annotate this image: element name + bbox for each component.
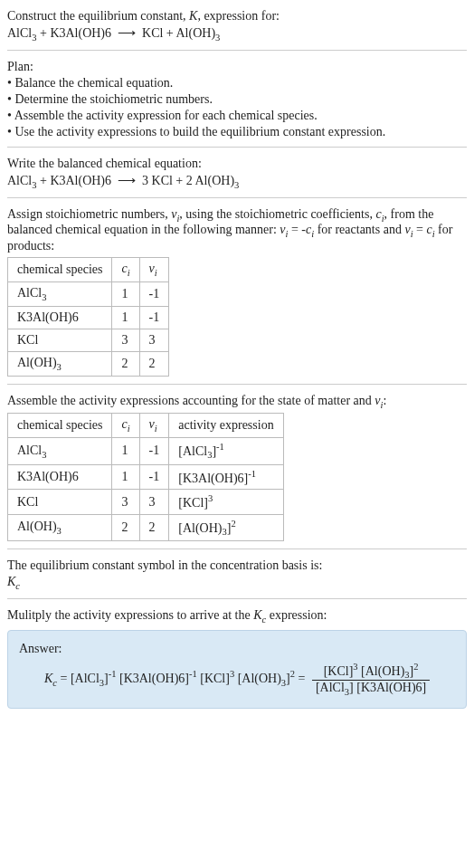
plan-item: • Balance the chemical equation.	[7, 76, 467, 91]
symbol-line2: Kc	[7, 575, 467, 591]
cell: [K3Al(OH)6]-1	[169, 464, 283, 490]
cell: 3	[139, 329, 169, 351]
table-row: chemical species ci νi	[8, 258, 169, 282]
title-line: Construct the equilibrium constant, K, e…	[7, 9, 467, 24]
cell: 1	[112, 306, 139, 329]
cell: K3Al(OH)6	[8, 306, 112, 329]
table-row: KCl 3 3	[8, 329, 169, 351]
col-header: ci	[112, 258, 139, 282]
multiply-intro: Mulitply the activity expressions to arr…	[7, 608, 467, 625]
cell: 1	[112, 281, 139, 306]
balanced-equation: AlCl3 + K3Al(OH)6 ⟶ 3 KCl + 2 Al(OH)3	[7, 173, 467, 190]
cell: [Al(OH)3]2	[169, 514, 283, 540]
cell: K3Al(OH)6	[8, 464, 112, 490]
cell: 3	[112, 329, 139, 351]
stoich-table: chemical species ci νi AlCl3 1 -1 K3Al(O…	[7, 257, 169, 376]
cell: -1	[139, 438, 169, 464]
answer-label: Answer:	[19, 642, 455, 656]
answer-section: Mulitply the activity expressions to arr…	[7, 598, 467, 709]
col-header: νi	[139, 414, 169, 438]
table-row: chemical species ci νi activity expressi…	[8, 414, 284, 438]
table-row: AlCl3 1 -1	[8, 281, 169, 306]
symbol-line1: The equilibrium constant symbol in the c…	[7, 558, 467, 573]
activity-table: chemical species ci νi activity expressi…	[7, 413, 284, 541]
balanced-heading: Write the balanced chemical equation:	[7, 157, 467, 171]
table-row: AlCl3 1 -1 [AlCl3]-1	[8, 438, 284, 464]
plan-item: • Assemble the activity expression for e…	[7, 109, 467, 123]
cell: -1	[139, 306, 169, 329]
cell: 1	[112, 438, 139, 464]
cell: KCl	[8, 329, 112, 351]
cell: 3	[139, 490, 169, 515]
cell: AlCl3	[8, 438, 112, 464]
table-row: KCl 3 3 [KCl]3	[8, 490, 284, 515]
cell: Al(OH)3	[8, 351, 112, 376]
col-header: chemical species	[8, 258, 112, 282]
plan-heading: Plan:	[7, 60, 467, 74]
col-header: ci	[112, 414, 139, 438]
cell: 2	[139, 351, 169, 376]
activity-intro: Assemble the activity expressions accoun…	[7, 394, 467, 410]
cell: [KCl]3	[169, 490, 283, 515]
plan-section: Plan: • Balance the chemical equation. •…	[7, 50, 467, 139]
table-row: Al(OH)3 2 2 [Al(OH)3]2	[8, 514, 284, 540]
plan-item: • Determine the stoichiometric numbers.	[7, 92, 467, 107]
cell: [AlCl3]-1	[169, 438, 283, 464]
activity-section: Assemble the activity expressions accoun…	[7, 384, 467, 542]
col-header: activity expression	[169, 414, 283, 438]
stoich-intro: Assign stoichiometric numbers, νi, using…	[7, 207, 467, 254]
col-header: chemical species	[8, 414, 112, 438]
answer-fraction: [KCl]3 [Al(OH)3]2 [AlCl3] [K3Al(OH)6]	[312, 662, 430, 697]
cell: Al(OH)3	[8, 514, 112, 540]
cell: 3	[112, 490, 139, 515]
symbol-section: The equilibrium constant symbol in the c…	[7, 548, 467, 591]
col-header: νi	[139, 258, 169, 282]
title-equation: AlCl3 + K3Al(OH)6 ⟶ KCl + Al(OH)3	[7, 25, 467, 43]
cell: 2	[112, 351, 139, 376]
cell: KCl	[8, 490, 112, 515]
plan-item: • Use the activity expressions to build …	[7, 125, 467, 139]
table-row: K3Al(OH)6 1 -1	[8, 306, 169, 329]
table-row: K3Al(OH)6 1 -1 [K3Al(OH)6]-1	[8, 464, 284, 490]
cell: AlCl3	[8, 281, 112, 306]
balanced-section: Write the balanced chemical equation: Al…	[7, 147, 467, 190]
cell: 1	[112, 464, 139, 490]
cell: -1	[139, 464, 169, 490]
cell: -1	[139, 281, 169, 306]
answer-box: Answer: Kc = [AlCl3]-1 [K3Al(OH)6]-1 [KC…	[7, 630, 467, 709]
table-row: Al(OH)3 2 2	[8, 351, 169, 376]
title-section: Construct the equilibrium constant, K, e…	[7, 9, 467, 43]
cell: 2	[112, 514, 139, 540]
stoich-section: Assign stoichiometric numbers, νi, using…	[7, 197, 467, 377]
answer-formula: Kc = [AlCl3]-1 [K3Al(OH)6]-1 [KCl]3 [Al(…	[19, 662, 455, 697]
cell: 2	[139, 514, 169, 540]
answer-denominator: [AlCl3] [K3Al(OH)6]	[312, 681, 430, 697]
answer-numerator: [KCl]3 [Al(OH)3]2	[312, 662, 430, 681]
